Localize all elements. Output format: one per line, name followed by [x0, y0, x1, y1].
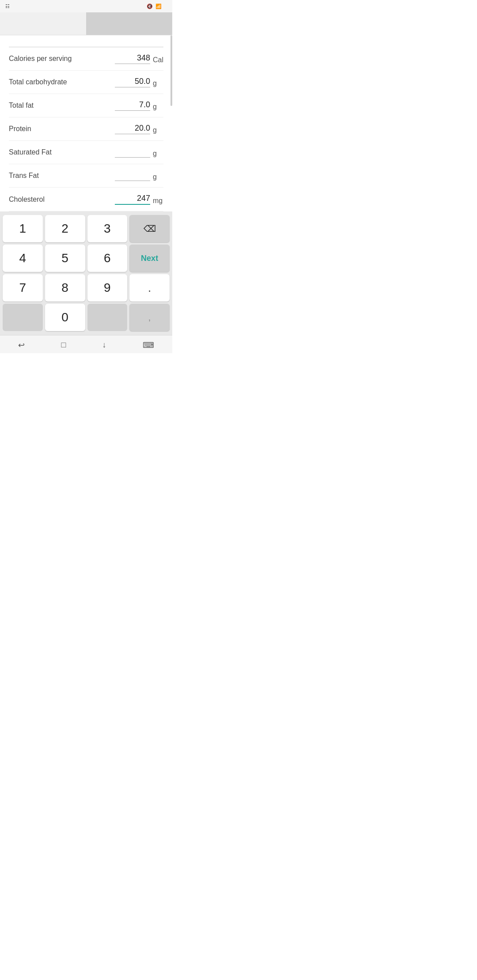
nutrition-label: Saturated Fat: [9, 148, 115, 156]
nutrition-label: Trans Fat: [9, 172, 115, 180]
key-button[interactable]: 0: [45, 304, 85, 331]
nutrition-unit: g: [153, 79, 163, 87]
status-left-icon: ☷: [5, 4, 10, 9]
nutrition-input-group: g: [115, 170, 163, 181]
nutrition-input[interactable]: [115, 100, 150, 111]
nutrition-input[interactable]: [115, 77, 150, 87]
food-name-field[interactable]: [9, 35, 163, 47]
nutrition-row: Proteing: [9, 117, 163, 141]
nutrition-row: Cholesterolmg: [9, 188, 163, 211]
nutrition-label: Calories per serving: [9, 55, 115, 63]
nutrition-label: Total carbohydrate: [9, 78, 115, 86]
keyboard-rows: 123⌫456Next789.0,: [3, 215, 170, 331]
key-button[interactable]: 8: [45, 274, 85, 302]
nutrition-label: Protein: [9, 125, 115, 133]
mute-icon: 🔇: [147, 4, 153, 9]
key-button[interactable]: .: [129, 274, 170, 302]
nav-home-icon[interactable]: □: [61, 340, 66, 350]
scroll-indicator: [170, 35, 172, 106]
nutrition-unit: g: [153, 173, 163, 181]
nutrition-input-group: Cal: [115, 53, 163, 64]
keyboard-row: 456Next: [3, 245, 170, 272]
action-bar: [0, 12, 172, 35]
nav-back-icon[interactable]: ↩: [18, 340, 25, 350]
nutrition-unit: g: [153, 103, 163, 111]
key-button[interactable]: 1: [3, 215, 43, 242]
keyboard-row: 0,: [3, 304, 170, 331]
keyboard-area: 123⌫456Next789.0,: [0, 211, 172, 335]
nav-down-icon[interactable]: ↓: [102, 340, 106, 350]
nutrition-input[interactable]: [115, 194, 150, 205]
key-button[interactable]: 6: [87, 245, 128, 272]
nutrition-input-group: g: [115, 77, 163, 87]
key-button[interactable]: ,: [129, 304, 170, 331]
key-button[interactable]: Next: [129, 245, 170, 272]
nutrition-row: Total fatg: [9, 94, 163, 117]
nutrition-input[interactable]: [115, 147, 150, 158]
key-button[interactable]: 5: [45, 245, 85, 272]
form-area: Calories per servingCalTotal carbohydrat…: [0, 35, 172, 211]
nutrition-input[interactable]: [115, 170, 150, 181]
key-button[interactable]: 4: [3, 245, 43, 272]
wifi-icon: 📶: [155, 4, 162, 9]
status-bar: ☷ 🔇 📶: [0, 0, 172, 12]
nutrition-input[interactable]: [115, 124, 150, 134]
keyboard-row: 789.: [3, 274, 170, 302]
nutrition-input-group: g: [115, 147, 163, 158]
key-button: [3, 304, 43, 331]
nutrition-unit: Cal: [153, 56, 163, 64]
nutrition-input-group: mg: [115, 194, 163, 205]
key-button[interactable]: ⌫: [129, 215, 170, 242]
key-button[interactable]: 7: [3, 274, 43, 302]
nutrition-unit: mg: [153, 197, 163, 205]
nutrition-row: Calories per servingCal: [9, 47, 163, 71]
nutrition-label: Total fat: [9, 102, 115, 109]
nutrition-input-group: g: [115, 124, 163, 134]
nutrition-row: Trans Fatg: [9, 164, 163, 188]
nav-keyboard-icon[interactable]: ⌨: [143, 340, 154, 350]
nutrition-row: Saturated Fatg: [9, 141, 163, 164]
nav-bar: ↩ □ ↓ ⌨: [0, 335, 172, 353]
key-button: [87, 304, 128, 331]
nutrition-unit: g: [153, 150, 163, 158]
save-button[interactable]: [86, 12, 172, 35]
nutrition-row: Total carbohydrateg: [9, 71, 163, 94]
keyboard-row: 123⌫: [3, 215, 170, 242]
key-button[interactable]: 9: [87, 274, 128, 302]
key-button[interactable]: 3: [87, 215, 128, 242]
cancel-button[interactable]: [0, 12, 86, 35]
nutrition-input-group: g: [115, 100, 163, 111]
nutrition-unit: g: [153, 126, 163, 134]
nutrition-label: Cholesterol: [9, 196, 115, 204]
nutrition-rows: Calories per servingCalTotal carbohydrat…: [9, 47, 163, 211]
nutrition-input[interactable]: [115, 53, 150, 64]
key-button[interactable]: 2: [45, 215, 85, 242]
